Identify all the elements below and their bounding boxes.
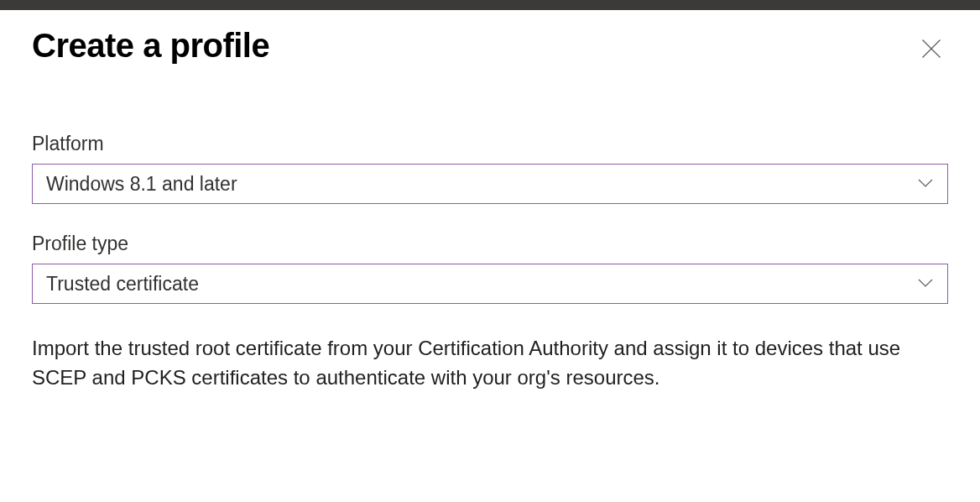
profile-type-field-group: Profile type Trusted certificate: [32, 233, 948, 304]
platform-dropdown[interactable]: Windows 8.1 and later: [32, 164, 948, 204]
platform-label: Platform: [32, 133, 948, 155]
create-profile-panel: Create a profile Platform Windows 8.1 an…: [0, 10, 980, 393]
panel-header: Create a profile: [32, 27, 948, 65]
close-button[interactable]: [915, 32, 948, 65]
profile-description-text: Import the trusted root certificate from…: [32, 334, 904, 393]
chevron-down-icon: [917, 176, 934, 191]
profile-type-dropdown[interactable]: Trusted certificate: [32, 264, 948, 304]
window-top-bar: [0, 0, 980, 10]
platform-field-group: Platform Windows 8.1 and later: [32, 133, 948, 204]
profile-type-label: Profile type: [32, 233, 948, 255]
page-title: Create a profile: [32, 27, 269, 65]
close-icon: [920, 37, 943, 60]
platform-dropdown-value: Windows 8.1 and later: [46, 173, 917, 196]
chevron-down-icon: [917, 276, 934, 291]
profile-type-dropdown-value: Trusted certificate: [46, 273, 917, 295]
